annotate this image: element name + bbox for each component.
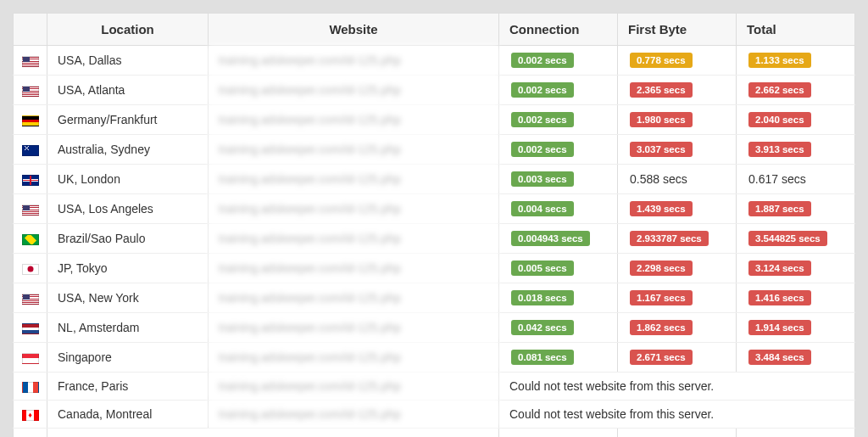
time-badge: 1.980 secs <box>630 112 693 127</box>
header-total[interactable]: Total <box>737 14 855 46</box>
table-row: Canada, Montrealtraining.adskeeper.com/i… <box>14 401 855 429</box>
total-cell: 1.133 secs <box>737 46 855 76</box>
table-row: USA, Atlantatraining.adskeeper.com/id-12… <box>14 76 855 105</box>
website-cell: training.adskeeper.com/id-125.php <box>209 105 499 135</box>
website-cell: training.adskeeper.com/id-125.php <box>209 135 499 165</box>
website-cell: training.adskeeper.com/id-125.php <box>209 373 499 401</box>
location-cell: USA, Dallas <box>47 46 209 76</box>
total-cell: 2.662 secs <box>737 76 855 105</box>
website-cell: training.adskeeper.com/id-125.php <box>209 283 499 313</box>
average-label: Average response time <box>47 429 499 438</box>
website-cell: training.adskeeper.com/id-125.php <box>209 313 499 343</box>
connection-cell: 0.018 secs <box>499 283 618 313</box>
time-badge: 3.484 secs <box>748 350 811 365</box>
table-row: France, Paristraining.adskeeper.com/id-1… <box>14 373 855 401</box>
time-badge: 1.862 secs <box>630 320 693 335</box>
header-flag <box>14 14 47 46</box>
website-cell: training.adskeeper.com/id-125.php <box>209 194 499 224</box>
total-cell: 2.040 secs <box>737 105 855 135</box>
first-byte-cell: 2.671 secs <box>618 343 737 373</box>
location-cell: JP, Tokyo <box>47 254 209 283</box>
table-row: Singaporetraining.adskeeper.com/id-125.p… <box>14 343 855 373</box>
website-cell: training.adskeeper.com/id-125.php <box>209 76 499 105</box>
table-row: Germany/Frankfurttraining.adskeeper.com/… <box>14 105 855 135</box>
time-badge: 3.124 secs <box>748 261 811 276</box>
connection-cell: 0.002 secs <box>499 76 618 105</box>
flag-icon <box>22 410 39 421</box>
table-row: JP, Tokyotraining.adskeeper.com/id-125.p… <box>14 254 855 283</box>
flag-icon <box>22 56 39 67</box>
time-badge: 0.778 secs <box>630 53 693 68</box>
flag-icon <box>22 234 39 245</box>
connection-cell: 0.002 secs <box>499 135 618 165</box>
time-badge: 2.040 secs <box>748 112 811 127</box>
first-byte-cell: 0.588 secs <box>618 165 737 194</box>
first-byte-cell: 1.439 secs <box>618 194 737 224</box>
location-cell: France, Paris <box>47 373 209 401</box>
time-badge: 1.416 secs <box>748 290 811 305</box>
website-cell: training.adskeeper.com/id-125.php <box>209 401 499 429</box>
connection-cell: 0.005 secs <box>499 254 618 283</box>
time-badge: 2.662 secs <box>748 82 811 98</box>
header-website[interactable]: Website <box>209 14 499 46</box>
header-row: Location Website Connection First Byte T… <box>14 14 855 46</box>
total-cell: 3.913 secs <box>737 135 855 165</box>
website-cell: training.adskeeper.com/id-125.php <box>209 46 499 76</box>
location-cell: Brazil/Sao Paulo <box>47 224 209 254</box>
total-cell: 3.124 secs <box>737 254 855 283</box>
location-cell: USA, New York <box>47 283 209 313</box>
time-badge: 0.004943 secs <box>511 231 590 246</box>
header-first-byte[interactable]: First Byte <box>618 14 737 46</box>
flag-icon <box>22 294 39 305</box>
flag-icon <box>22 264 39 275</box>
header-location[interactable]: Location <box>47 14 209 46</box>
location-cell: Canada, Montreal <box>47 401 209 429</box>
table-row: Australia, Sydneytraining.adskeeper.com/… <box>14 135 855 165</box>
time-badge: 2.298 secs <box>630 261 693 276</box>
connection-cell: 0.002 secs <box>499 46 618 76</box>
connection-cell: 0.004943 secs <box>499 224 618 254</box>
total-cell: 3.544825 secs <box>737 224 855 254</box>
first-byte-cell: 2.365 secs <box>618 76 737 105</box>
flag-icon <box>22 175 39 186</box>
header-connection[interactable]: Connection <box>499 14 618 46</box>
connection-cell: 0.081 secs <box>499 343 618 373</box>
time-badge: 2.933787 secs <box>630 231 709 246</box>
total-cell: 3.484 secs <box>737 343 855 373</box>
connection-cell: 0.003 secs <box>499 165 618 194</box>
error-cell: Could not test website from this server. <box>499 373 855 401</box>
time-badge: 1.167 secs <box>630 290 693 305</box>
time-badge: 0.081 secs <box>511 350 574 365</box>
website-cell: training.adskeeper.com/id-125.php <box>209 343 499 373</box>
first-byte-cell: 2.298 secs <box>618 254 737 283</box>
time-badge: 0.004 secs <box>511 201 574 216</box>
time-badge: 1.439 secs <box>630 201 693 216</box>
table-row: NL, Amsterdamtraining.adskeeper.com/id-1… <box>14 313 855 343</box>
time-badge: 0.005 secs <box>511 261 574 276</box>
table-row: Brazil/Sao Paulotraining.adskeeper.com/i… <box>14 224 855 254</box>
connection-cell: 0.004 secs <box>499 194 618 224</box>
time-badge: 2.671 secs <box>630 350 693 365</box>
flag-icon <box>22 115 39 126</box>
time-badge: 0.018 secs <box>511 290 574 305</box>
first-byte-cell: 2.933787 secs <box>618 224 737 254</box>
time-badge: 0.003 secs <box>511 171 574 187</box>
table-row: UK, Londontraining.adskeeper.com/id-125.… <box>14 165 855 194</box>
time-badge: 3.913 secs <box>748 142 811 157</box>
time-badge: 1.887 secs <box>748 201 811 216</box>
flag-icon <box>22 145 39 156</box>
table-row: USA, Los Angelestraining.adskeeper.com/i… <box>14 194 855 224</box>
total-cell: 1.887 secs <box>737 194 855 224</box>
time-badge: 0.002 secs <box>511 112 574 127</box>
time-badge: 0.042 secs <box>511 320 574 335</box>
location-cell: UK, London <box>47 165 209 194</box>
total-cell: 1.416 secs <box>737 283 855 313</box>
flag-icon <box>22 204 39 216</box>
flag-icon <box>22 382 39 393</box>
time-badge: 0.002 secs <box>511 82 574 98</box>
time-badge: 2.365 secs <box>630 82 693 98</box>
performance-table: Location Website Connection First Byte T… <box>13 13 855 437</box>
table-row: USA, New Yorktraining.adskeeper.com/id-1… <box>14 283 855 313</box>
location-cell: Singapore <box>47 343 209 373</box>
website-cell: training.adskeeper.com/id-125.php <box>209 224 499 254</box>
